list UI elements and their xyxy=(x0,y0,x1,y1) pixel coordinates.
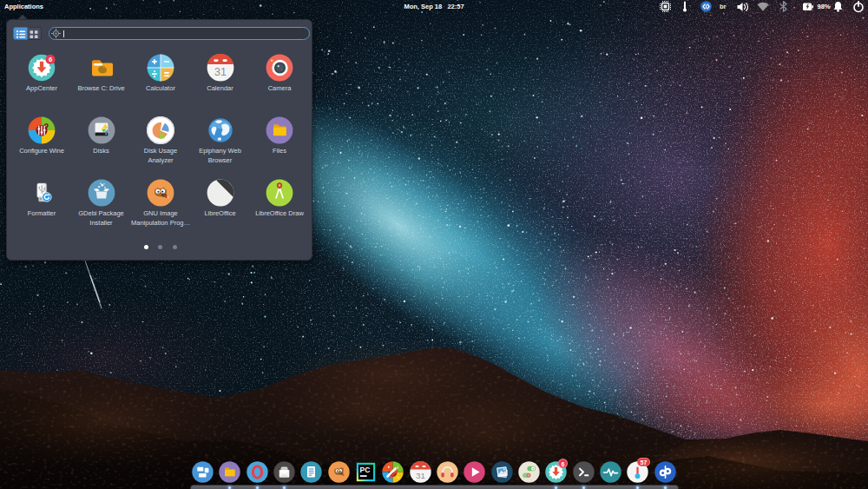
svg-text:31: 31 xyxy=(416,471,425,480)
svg-text:31: 31 xyxy=(214,66,227,78)
svg-text:PC: PC xyxy=(360,466,371,474)
svg-text:6: 6 xyxy=(49,56,52,63)
